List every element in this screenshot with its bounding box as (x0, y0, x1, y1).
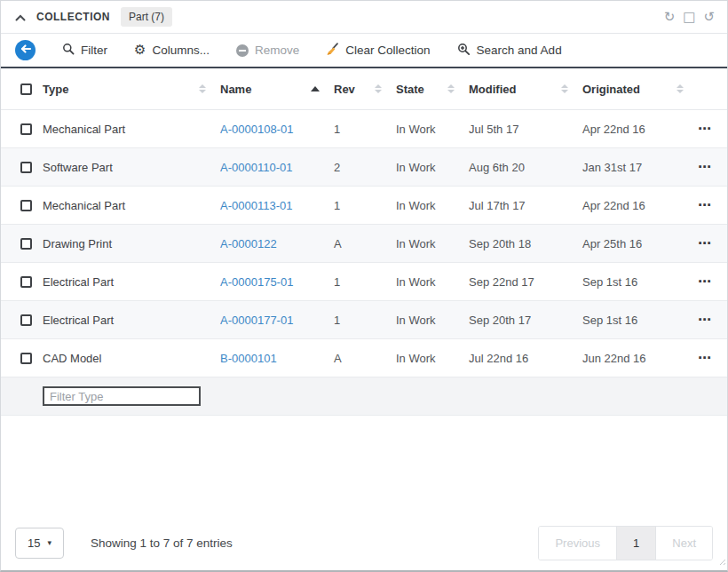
collection-panel: COLLECTION Part (7) ↻ □ ↺ Filter ⚙ Colum… (0, 0, 728, 572)
column-header-state[interactable]: State (396, 83, 469, 96)
cell-rev: A (334, 352, 396, 365)
column-header-type[interactable]: Type (43, 83, 220, 96)
row-checkbox[interactable] (20, 200, 32, 211)
cell-state: In Work (396, 352, 469, 365)
cell-type: Electrical Part (43, 314, 220, 327)
cell-type: CAD Model (43, 352, 220, 365)
part-link[interactable]: A-0000177-01 (220, 314, 293, 327)
cell-state: In Work (396, 237, 469, 250)
table-row: Drawing Print A-0000122 A In Work Sep 20… (1, 225, 727, 263)
cell-modified: Sep 20th 17 (469, 314, 582, 327)
cell-rev: A (334, 237, 396, 250)
back-button[interactable] (15, 40, 36, 60)
part-link[interactable]: A-0000108-01 (220, 123, 293, 136)
cell-originated: Apr 25th 16 (582, 237, 698, 250)
sort-icon (447, 84, 455, 93)
table-header-row: Type Name Rev State Modified Originated (1, 68, 727, 110)
minus-circle-icon (236, 44, 249, 57)
column-header-rev[interactable]: Rev (334, 83, 396, 96)
row-checkbox[interactable] (20, 353, 32, 364)
refresh-icon[interactable]: ↻ (664, 11, 676, 24)
panel-title: COLLECTION (36, 11, 110, 23)
select-all-checkbox[interactable] (20, 83, 32, 95)
row-actions-menu-icon[interactable]: ⋯ (698, 314, 711, 327)
filter-button[interactable]: Filter (62, 43, 107, 58)
page-size-select[interactable]: 15 ▾ (15, 528, 64, 559)
cell-modified: Jul 22nd 16 (469, 352, 582, 365)
gear-icon: ⚙ (134, 44, 146, 57)
column-header-originated[interactable]: Originated (582, 83, 698, 96)
broom-icon (326, 43, 339, 59)
resize-grip[interactable] (718, 553, 726, 569)
cell-originated: Jan 31st 17 (582, 161, 698, 174)
next-page-button[interactable]: Next (656, 527, 712, 560)
toolbar: Filter ⚙ Columns... Remove Clear Collect… (1, 34, 727, 68)
sort-icon (677, 84, 684, 93)
cell-type: Mechanical Part (43, 123, 220, 136)
cell-state: In Work (396, 123, 469, 136)
empty-area (1, 416, 727, 515)
chevron-up-icon (15, 9, 26, 25)
table-row: Electrical Part A-0000175-01 1 In Work S… (1, 263, 727, 301)
cell-modified: Jul 5th 17 (469, 123, 582, 136)
column-header-name[interactable]: Name (220, 83, 334, 96)
window-controls: ↻ □ ↺ (664, 11, 715, 24)
part-link[interactable]: A-0000113-01 (220, 199, 292, 212)
collapse-panel-button[interactable] (15, 9, 26, 25)
row-checkbox[interactable] (20, 314, 32, 326)
row-checkbox[interactable] (20, 238, 32, 250)
cell-originated: Apr 22nd 16 (582, 123, 698, 136)
search-icon (62, 43, 75, 58)
columns-button[interactable]: ⚙ Columns... (134, 44, 210, 57)
cell-originated: Sep 1st 16 (582, 314, 698, 327)
search-and-add-button[interactable]: Search and Add (457, 43, 562, 59)
column-header-modified[interactable]: Modified (469, 83, 582, 96)
cell-rev: 1 (334, 314, 396, 327)
row-actions-menu-icon[interactable]: ⋯ (698, 352, 711, 365)
columns-label: Columns... (152, 44, 210, 57)
undo-icon[interactable]: ↺ (703, 11, 715, 24)
current-page-button[interactable]: 1 (617, 527, 656, 560)
cell-rev: 1 (334, 199, 396, 212)
row-checkbox[interactable] (20, 123, 32, 135)
cell-type: Drawing Print (43, 237, 220, 250)
remove-button[interactable]: Remove (236, 44, 299, 57)
filter-type-input[interactable] (43, 386, 201, 406)
cell-rev: 1 (334, 123, 396, 136)
maximize-icon[interactable]: □ (683, 11, 695, 24)
cell-type: Software Part (43, 161, 220, 174)
row-actions-menu-icon[interactable]: ⋯ (698, 199, 711, 212)
clear-collection-label: Clear Collection (345, 44, 430, 57)
entries-summary: Showing 1 to 7 of 7 entries (91, 536, 233, 550)
table-row: Software Part A-0000110-01 2 In Work Aug… (1, 148, 727, 187)
part-link[interactable]: A-0000122 (220, 237, 277, 250)
cell-originated: Sep 1st 16 (582, 275, 698, 289)
row-actions-menu-icon[interactable]: ⋯ (698, 123, 711, 136)
part-link[interactable]: B-0000101 (220, 352, 277, 365)
row-checkbox[interactable] (20, 276, 32, 288)
clear-collection-button[interactable]: Clear Collection (326, 43, 430, 59)
row-actions-menu-icon[interactable]: ⋯ (698, 237, 711, 250)
filter-row (1, 377, 727, 416)
table-footer: 15 ▾ Showing 1 to 7 of 7 entries Previou… (1, 515, 727, 570)
caret-down-icon: ▾ (47, 538, 51, 547)
table-row: Mechanical Part A-0000108-01 1 In Work J… (1, 110, 727, 148)
part-link[interactable]: A-0000110-01 (220, 161, 292, 174)
cell-rev: 2 (334, 161, 396, 174)
part-link[interactable]: A-0000175-01 (220, 275, 293, 289)
row-checkbox[interactable] (20, 162, 32, 173)
search-and-add-label: Search and Add (477, 44, 562, 57)
filter-label: Filter (81, 44, 107, 57)
cell-modified: Sep 20th 18 (469, 237, 582, 250)
row-actions-menu-icon[interactable]: ⋯ (698, 161, 711, 174)
cell-state: In Work (396, 161, 469, 174)
page-size-value: 15 (28, 536, 40, 550)
table-row: Mechanical Part A-0000113-01 1 In Work J… (1, 187, 727, 225)
table-row: CAD Model B-0000101 A In Work Jul 22nd 1… (1, 339, 727, 377)
row-actions-menu-icon[interactable]: ⋯ (698, 275, 711, 289)
cell-modified: Jul 17th 17 (469, 199, 582, 212)
cell-originated: Jun 22nd 16 (582, 352, 698, 365)
cell-state: In Work (396, 275, 469, 289)
previous-page-button[interactable]: Previous (539, 527, 617, 560)
table-row: Electrical Part A-0000177-01 1 In Work S… (1, 301, 727, 339)
